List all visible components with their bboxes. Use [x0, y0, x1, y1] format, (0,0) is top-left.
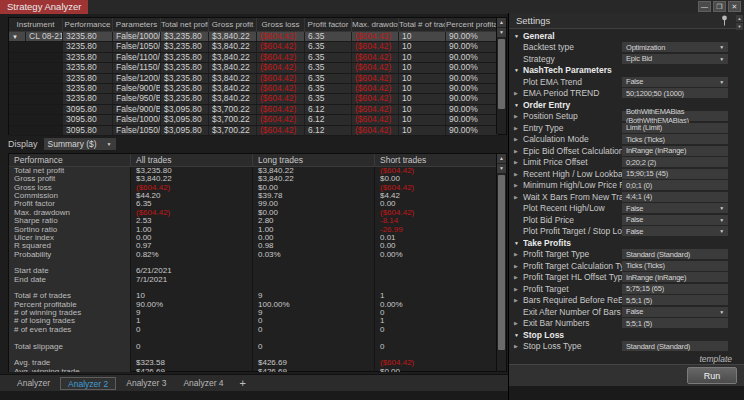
summary-row[interactable]: Total slippage000	[9, 343, 498, 351]
summary-row[interactable]: # of losing trades101	[9, 317, 498, 325]
setting-ema-period-trend[interactable]: ▶EMA Period TREND50;1200;50 (1000)	[509, 88, 737, 100]
tab-analyzer-4[interactable]: Analyzer 4	[176, 377, 230, 390]
summary-row[interactable]: R squared0.970.980.00	[9, 242, 498, 250]
summary-row[interactable]: Total # of trades1091	[9, 292, 498, 300]
optimization-row[interactable]: 3095.80False/900/BothV$3,095.80$3,700.22…	[9, 105, 498, 115]
summary-row[interactable]	[9, 334, 498, 342]
setting-value-bars-required-before-reentry[interactable]: 5;5;1 (5)	[622, 295, 728, 305]
column-header-gross-loss[interactable]: Gross loss	[257, 18, 305, 31]
setting-value-wait-x-bars-from-new-trading-day[interactable]: 4;4;1 (4)	[622, 192, 728, 202]
summary-row[interactable]: Gross loss($604.42)$0.00($604.42)	[9, 184, 498, 192]
setting-value-profit-target-calculation-type[interactable]: Ticks (Ticks)	[622, 261, 728, 271]
setting-profit-target-hl-offset-type[interactable]: ▶Profit Target HL Offset TypeInRange (In…	[509, 272, 737, 284]
row-expand-icon[interactable]: ▶	[514, 286, 523, 292]
row-expand-icon[interactable]: ▶	[514, 274, 523, 280]
template-link[interactable]: template	[699, 354, 732, 364]
optimization-row[interactable]: ▼CL 08-213235.80False/1000/Both$3,235.80…	[9, 32, 498, 42]
setting-strategy[interactable]: StrategyEpic Bid▼	[509, 53, 737, 65]
settings-scrollbar[interactable]: ▲ ▼	[736, 15, 743, 31]
optimization-row[interactable]: 3235.80False/1150/Both$3,235.80$3,840.22…	[9, 63, 498, 73]
pin-icon[interactable]	[720, 15, 729, 26]
summary-row[interactable]: Percent profitable90.00%100.00%0.00%	[9, 301, 498, 309]
setting-plot-bid-price[interactable]: Plot Bid PriceFalse▼	[509, 214, 737, 226]
setting-minimum-high-low-price-range[interactable]: ▶Minimum High/Low Price Range0;0;1 (0)	[509, 180, 737, 192]
scroll-down-icon[interactable]: ▼	[497, 28, 506, 38]
scroll-up-icon[interactable]: ▲	[497, 18, 506, 28]
row-expand-icon[interactable]: ▶	[514, 159, 523, 165]
summary-row[interactable]: Avg. winning trade$426.69$426.69$0.00	[9, 368, 498, 372]
setting-profit-target[interactable]: ▶Profit Target5;75;15 (65)	[509, 283, 737, 295]
setting-dropdown-plot-ema-trend[interactable]: False▼	[622, 77, 728, 87]
summary-row[interactable]: Start date6/21/2021	[9, 267, 498, 275]
row-expand-icon[interactable]: ▶	[514, 148, 523, 154]
setting-epic-bid-offset-calculation[interactable]: ▶Epic Bid Offset CalculationInRange (InR…	[509, 145, 737, 157]
summary-row[interactable]	[9, 259, 498, 267]
row-expand-icon[interactable]: ▶	[514, 182, 523, 188]
setting-wait-x-bars-from-new-trading-day[interactable]: ▶Wait X Bars From New Trading Day4;4;1 (…	[509, 191, 737, 203]
summary-row[interactable]: Gross profit$3,840.22$3,840.22$0.00	[9, 175, 498, 183]
optimization-row[interactable]: 3235.80False/1200/Both$3,235.80$3,840.22…	[9, 74, 498, 84]
setting-plot-profit-target-stop-loss[interactable]: Plot Profit Target / Stop LossFalse▼	[509, 226, 737, 238]
row-expand-icon[interactable]: ▶	[514, 125, 523, 131]
setting-profit-target-calculation-type[interactable]: ▶Profit Target Calculation TypeTicks (Ti…	[509, 260, 737, 272]
summary-row[interactable]: Max. drawdown($604.42)$0.00($604.42)	[9, 209, 498, 217]
row-expand-icon[interactable]: ▶	[514, 251, 523, 257]
column-header-performance[interactable]: Performance	[63, 18, 113, 31]
summary-row[interactable]: Ulcer index0.000.000.01	[9, 234, 498, 242]
setting-dropdown-plot-recent-high-low[interactable]: False▼	[622, 203, 728, 213]
setting-exit-bar-numbers[interactable]: ▶Exit Bar Numbers5;5;1 (5)	[509, 318, 737, 330]
row-expand-icon[interactable]: ▶	[514, 320, 523, 326]
setting-recent-high-low-lookback[interactable]: ▶Recent High / Low Lookback15;90;15 (45)	[509, 168, 737, 180]
section-expand-icon[interactable]: ▼	[514, 102, 523, 108]
summary-row[interactable]: Sharpe ratio2.532.80-8.14	[9, 217, 498, 225]
setting-value-exit-bar-numbers[interactable]: 5;5;1 (5)	[622, 318, 728, 328]
column-header-parameters[interactable]: Parameters	[113, 18, 161, 31]
optimization-row[interactable]: 3235.80False/900/BothV$3,235.80$3,840.22…	[9, 84, 498, 94]
section-expand-icon[interactable]: ▼	[514, 332, 523, 338]
setting-value-profit-target-hl-offset-type[interactable]: InRange (InRange)	[622, 272, 728, 282]
setting-value-minimum-high-low-price-range[interactable]: 0;0;1 (0)	[622, 180, 728, 190]
setting-value-entry-type[interactable]: Limit (Limit)	[622, 123, 728, 133]
column-header-percent-profitabl[interactable]: Percent profitabl	[446, 18, 498, 31]
column-header-profit-factor[interactable]: Profit factor	[305, 18, 352, 31]
row-expand-icon[interactable]: ▶	[514, 171, 523, 177]
column-header-instrument[interactable]: Instrument	[9, 18, 63, 31]
summary-grid-scrollbar[interactable]: ▲ ▼	[496, 154, 506, 371]
setting-plot-recent-high-low[interactable]: Plot Recent High/LowFalse▼	[509, 203, 737, 215]
row-expand-icon[interactable]: ▶	[514, 136, 523, 142]
setting-value-profit-target-type[interactable]: Standard (Standard)	[622, 249, 728, 259]
summary-column-header-short-trades[interactable]: Short trades	[375, 154, 498, 166]
run-button[interactable]: Run	[687, 367, 737, 384]
summary-row[interactable]	[9, 351, 498, 359]
optimization-row[interactable]: 3235.80False/1050/Both$3,235.80$3,840.22…	[9, 42, 498, 52]
column-header-total-of-trades[interactable]: Total # of trades	[399, 18, 446, 31]
tab-analyzer-2[interactable]: Analyzer 2	[60, 377, 116, 390]
restore-button[interactable]: ❐	[713, 1, 726, 12]
column-header-gross-profit[interactable]: Gross profit	[209, 18, 257, 31]
setting-entry-type[interactable]: ▶Entry TypeLimit (Limit)	[509, 122, 737, 134]
optimization-row[interactable]: 3235.80False/950/BothV$3,235.80$3,840.22…	[9, 94, 498, 104]
optimization-row[interactable]: 3095.80False/1050/Both$3,095.80$3,700.22…	[9, 126, 498, 136]
optimization-grid-scrollbar[interactable]: ▲ ▼	[496, 18, 506, 134]
row-expand-icon[interactable]: ▶	[514, 113, 523, 119]
row-expand-icon[interactable]: ▶	[514, 263, 523, 269]
section-expand-icon[interactable]: ▼	[514, 33, 523, 39]
tab-analyzer-3[interactable]: Analyzer 3	[119, 377, 173, 390]
column-header-max-drawdown[interactable]: Max. drawdown	[352, 18, 399, 31]
setting-backtest-type[interactable]: Backtest typeOptimization▼	[509, 42, 737, 54]
setting-profit-target-type[interactable]: ▶Profit Target TypeStandard (Standard)	[509, 249, 737, 261]
summary-row[interactable]: End date7/1/2021	[9, 276, 498, 284]
summary-row[interactable]: Avg. trade$323.58$426.69($604.42)	[9, 359, 498, 367]
row-expand-icon[interactable]: ▶	[514, 297, 523, 303]
setting-dropdown-plot-bid-price[interactable]: False▼	[622, 215, 728, 225]
row-expand-icon[interactable]: ▶	[514, 90, 523, 96]
summary-row[interactable]: # of even trades000	[9, 326, 498, 334]
setting-value-epic-bid-offset-calculation[interactable]: InRange (InRange)	[622, 146, 728, 156]
summary-column-header-performance[interactable]: Performance	[9, 154, 131, 166]
row-expand-icon[interactable]: ▶	[514, 343, 523, 349]
setting-limit-price-offset[interactable]: ▶Limit Price Offset0;20;2 (2)	[509, 157, 737, 169]
display-select[interactable]: Summary ($) ▼	[44, 138, 116, 150]
close-button[interactable]: ✕	[728, 1, 741, 12]
optimization-row[interactable]: 3095.80False/1000/Both$3,095.80$3,700.22…	[9, 115, 498, 125]
column-header-total-net-profit[interactable]: Total net profit	[161, 18, 209, 31]
